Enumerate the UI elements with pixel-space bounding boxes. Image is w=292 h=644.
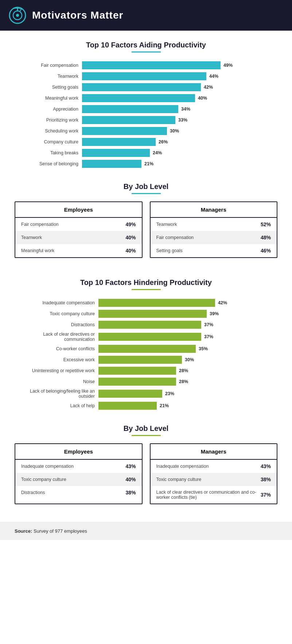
bar-container: 30% [82,127,277,135]
bar-label: Excessive work [15,357,98,362]
bar-label: Co-worker conflicts [15,346,98,351]
aiding-bar-row: Scheduling work30% [15,127,277,135]
bar-fill [82,160,141,168]
bar-fill [82,83,201,91]
header: Motivators Matter [0,0,292,31]
bar-fill [98,356,182,364]
bar-label: Scheduling work [15,128,82,134]
aiding-section: Top 10 Factors Aiding Productivity Fair … [0,31,292,177]
footer: Source: Survey of 977 employees [0,522,292,540]
bar-label: Inadequate compensation [15,300,98,305]
job-card-row-value: 40% [125,248,136,254]
bar-container: 21% [98,402,277,410]
job-card-row-label: Fair compensation [21,222,59,227]
hindering-bar-row: Excessive work30% [15,356,277,364]
bar-value: 49% [223,63,233,68]
aiding-bar-row: Teamwork44% [15,72,277,80]
bar-label: Appreciation [15,107,82,112]
job-card-row-value: 46% [261,248,271,254]
aiding-bar-row: Fair compensation49% [15,61,277,69]
job-card-row-label: Teamwork [156,222,177,227]
hindering-job-level-underline [132,435,161,436]
footer-text: Source: Survey of 977 employees [15,528,87,534]
bar-fill [98,310,207,318]
job-card-row-value: 38% [261,477,271,482]
bar-fill [98,299,215,307]
bar-value: 39% [210,311,219,316]
bar-label: Uninteresting or repetitive work [15,368,98,373]
job-card-row-label: Lack of clear directives or communicatio… [156,490,261,500]
job-card-row: Distractions38% [15,486,142,499]
bar-fill [98,333,201,341]
bar-fill [98,367,176,375]
source-label: Source: [15,528,32,534]
hindering-bar-row: Lack of clear directives or communicatio… [15,332,277,342]
job-card-row-label: Setting goals [156,248,183,253]
hindering-employees-card: Employees Inadequate compensation43%Toxi… [15,443,143,504]
job-card-row: Toxic company culture38% [151,473,277,486]
bar-fill [98,378,176,386]
bar-container: 30% [98,356,277,364]
app-title: Motivators Matter [32,9,123,21]
aiding-managers-card: Managers Teamwork52%Fair compensation48%… [150,201,278,258]
aiding-bar-row: Taking breaks24% [15,149,277,157]
bar-value: 23% [165,391,174,396]
bar-label: Lack of help [15,403,98,408]
bar-value: 42% [218,300,227,305]
bar-container: 21% [82,160,277,168]
logo-icon [9,7,26,24]
bar-container: 44% [82,72,277,80]
bar-fill [98,390,162,398]
job-card-row: Fair compensation49% [15,218,142,231]
bar-container: 35% [98,345,277,353]
bar-label: Distractions [15,322,98,327]
bar-value: 30% [170,128,179,134]
bar-fill [82,105,178,113]
hindering-managers-card: Managers Inadequate compensation43%Toxic… [150,443,278,504]
bar-fill [82,138,156,146]
bar-container: 42% [98,299,277,307]
bar-value: 26% [159,139,168,144]
aiding-bar-chart: Fair compensation49%Teamwork44%Setting g… [15,61,277,168]
bar-value: 37% [204,322,213,327]
hindering-bar-row: Inadequate compensation42% [15,299,277,307]
bar-value: 33% [178,117,187,123]
bar-fill [82,72,206,80]
bar-fill [82,116,175,124]
aiding-job-level-cards: Employees Fair compensation49%Teamwork40… [15,201,277,258]
job-card-row: Inadequate compensation43% [15,460,142,473]
bar-value: 35% [199,346,208,351]
bar-label: Prioritizing work [15,117,82,123]
hindering-managers-header: Managers [151,444,277,460]
hindering-bar-row: Toxic company culture39% [15,310,277,318]
job-card-row-value: 43% [125,463,136,469]
aiding-employees-card: Employees Fair compensation49%Teamwork40… [15,201,143,258]
bar-container: 37% [98,321,277,329]
aiding-bar-row: Prioritizing work33% [15,116,277,124]
bar-fill [82,94,195,102]
job-card-row-label: Teamwork [21,235,42,240]
hindering-bar-row: Noise28% [15,378,277,386]
hindering-bar-row: Distractions37% [15,321,277,329]
bar-value: 21% [160,403,169,408]
bar-container: 39% [98,310,277,318]
bar-label: Lack of clear directives or communicatio… [15,332,98,342]
bar-value: 44% [209,74,218,79]
job-card-row: Meaningful work40% [15,244,142,257]
job-card-row-value: 49% [125,221,136,227]
bar-container: 34% [82,105,277,113]
aiding-bar-row: Sense of belonging21% [15,160,277,168]
hindering-job-level-title: By Job Level [15,424,277,433]
aiding-bar-row: Appreciation34% [15,105,277,113]
job-card-row-value: 48% [261,235,271,240]
aiding-job-level-underline [132,193,161,194]
job-card-row-label: Fair compensation [156,235,194,240]
aiding-bar-row: Company culture26% [15,138,277,146]
job-card-row-label: Inadequate compensation [21,464,74,469]
job-card-row-label: Meaningful work [21,248,54,253]
job-card-row-value: 52% [261,221,271,227]
svg-point-2 [16,14,19,17]
source-text: Survey of 977 employees [32,528,87,534]
bar-label: Meaningful work [15,96,82,101]
job-card-row-value: 43% [261,463,271,469]
